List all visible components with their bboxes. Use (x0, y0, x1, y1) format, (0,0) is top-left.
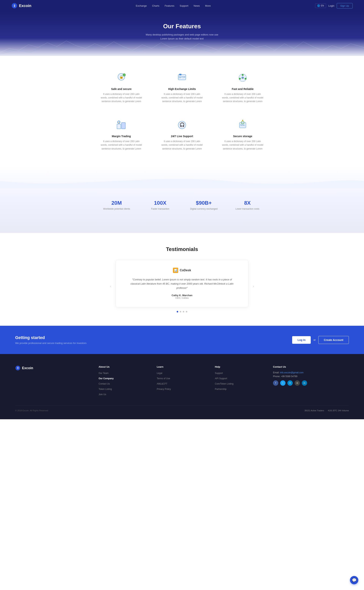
feature-card-support: 🎧 24/7 Live Support It uses a dictionary… (157, 115, 207, 154)
feature-card-safe: 🔒 ✓ Safe and secure It uses a dictionary… (97, 67, 146, 107)
getting-started-or: or (313, 338, 316, 341)
carousel-dot-3[interactable] (183, 311, 184, 312)
nav-support[interactable]: Support (180, 4, 188, 7)
svg-text:⚡: ⚡ (242, 77, 244, 79)
carousel-dot-1[interactable] (177, 311, 178, 312)
nav-news[interactable]: News (194, 4, 200, 7)
signup-button[interactable]: Sign Up (337, 3, 353, 8)
footer-help-item-api: API Support (215, 377, 265, 380)
svg-point-12 (239, 78, 241, 80)
footer-learn-item-aml: AML&CFT (157, 382, 208, 385)
telegram-icon[interactable]: ✈ (287, 380, 293, 386)
carousel-next-button[interactable]: › (253, 284, 254, 288)
feature-title-exchange: High Exchange Limits (161, 87, 203, 91)
testimonial-card: 📊 CoDesk "Contrary to popular belief, Lo… (116, 260, 248, 307)
footer-learn-list: Legal Terms of Use AML&CFT Privacy Polic… (157, 371, 208, 391)
footer-help-list: Support API Support Coin/Token Listing P… (215, 371, 265, 391)
footer-help-item-listing: Coin/Token Listing (215, 382, 265, 385)
footer-copyright: © 2018 Excoin. All Rights Reserved (15, 409, 48, 412)
carousel-dots (116, 311, 248, 312)
testimonial-logo-box: 📊 (173, 268, 178, 273)
footer-active-traders: 39151 Active Traders (305, 409, 324, 412)
testimonial-logo: 📊 CoDesk (127, 268, 237, 273)
testimonial-wrapper: ‹ 📊 CoDesk "Contrary to popular belief, … (116, 260, 248, 312)
stat-label-costs: Lower transaction costs (228, 207, 267, 210)
footer-about-item-contact: Contact Us (99, 382, 149, 385)
footer-email-link[interactable]: info.excoin@gmail.com (280, 371, 304, 374)
carousel-prev-button[interactable]: ‹ (110, 284, 111, 288)
brand-name: Excoin (19, 4, 32, 8)
facebook-icon[interactable]: f (273, 380, 278, 386)
getting-started-create-button[interactable]: Create Account (318, 336, 349, 344)
svg-rect-15 (117, 124, 121, 129)
svg-text:🔒: 🔒 (242, 119, 244, 121)
footer-col-contact: Contact Us Email: info.excoin@gmail.com … (273, 365, 349, 398)
svg-text:🎧: 🎧 (180, 122, 185, 127)
footer-help-heading: Help (215, 365, 265, 368)
testimonials-section: Testimonials ‹ 📊 CoDesk "Contrary to pop… (0, 233, 364, 326)
carousel-dot-2[interactable] (180, 311, 181, 312)
carousel-dot-4[interactable] (186, 311, 187, 312)
stat-label-currency: Digital currency exchanged (184, 207, 224, 210)
feature-title-support: 24/7 Live Support (161, 135, 203, 138)
feature-icon-margin: 📊 (115, 118, 128, 132)
svg-rect-8 (179, 74, 182, 75)
getting-started-subtitle: We provide professional and secure tradi… (15, 342, 86, 345)
footer-learn-item-legal: Legal (157, 371, 208, 375)
footer-brand: ₿ Excoin (15, 365, 91, 371)
hero-title: Our Features (163, 23, 201, 30)
footer: ₿ Excoin About Us Our Team Our Company C… (0, 354, 364, 419)
getting-started-actions: Log In or Create Account (292, 336, 349, 344)
footer-email-row: Email: info.excoin@gmail.com (273, 371, 349, 374)
feature-desc-exchange: It uses a dictionary of over 200 Latin w… (161, 92, 203, 103)
feature-desc-margin: It uses a dictionary of over 200 Latin w… (100, 140, 142, 151)
stat-value-transaction: 100X (140, 200, 180, 206)
feature-icon-exchange: SFTP (175, 71, 189, 84)
svg-point-11 (245, 78, 247, 80)
feature-icon-support: 🎧 (175, 118, 189, 132)
hero-chart-decoration (0, 37, 364, 56)
footer-stats: 39151 Active Traders 4191 BTC 24h Volume (305, 409, 349, 412)
feature-desc-fast: It uses a dictionary of over 200 Latin w… (222, 92, 264, 103)
stat-clients: 20M Worldwide potential clients (97, 200, 136, 210)
footer-col-help: Help Support API Support Coin/Token List… (215, 365, 265, 398)
nav-features[interactable]: Features (165, 4, 174, 7)
github-icon[interactable]: ⊙ (295, 380, 300, 386)
footer-about-item-team: Our Team (99, 371, 149, 375)
feature-title-safe: Safe and secure (100, 87, 142, 91)
svg-text:SSL: SSL (240, 124, 245, 126)
navbar: ₿ Excoin Exchange Charts Features Suppor… (0, 0, 364, 11)
language-button[interactable]: 🌐 EN (315, 3, 326, 8)
logo-icon: ₿ (11, 3, 17, 9)
hero-section: Our Features Many desktop publishing pac… (0, 11, 364, 56)
nav-charts[interactable]: Charts (152, 4, 159, 7)
wave-stats-section: 20M Worldwide potential clients 100X Fas… (0, 166, 364, 233)
svg-text:₿: ₿ (17, 367, 19, 369)
feature-icon-safe: 🔒 ✓ (115, 71, 128, 84)
footer-about-heading: About Us (99, 365, 149, 368)
nav-menu: Exchange Charts Features Support News Mo… (136, 4, 211, 7)
svg-rect-16 (122, 123, 125, 129)
stat-costs: 8X Lower transaction costs (228, 200, 267, 210)
footer-col-about: About Us Our Team Our Company Contact Us… (99, 365, 149, 398)
feature-desc-storage: It uses a dictionary of over 200 Latin w… (222, 140, 264, 151)
footer-phone-value: +99 5589 54789 (281, 375, 297, 378)
nav-more[interactable]: More (205, 4, 211, 7)
feature-card-storage: SSL 🔒 Secure storage It uses a dictionar… (218, 115, 267, 154)
feature-icon-storage: SSL 🔒 (236, 118, 249, 132)
twitter-icon[interactable]: t (280, 380, 286, 386)
feature-title-fast: Fast and Reliable (222, 87, 264, 91)
features-grid: 🔒 ✓ Safe and secure It uses a dictionary… (97, 67, 267, 154)
linkedin-icon[interactable]: in (302, 380, 307, 386)
testimonial-role: CEO, CoDes (127, 297, 237, 299)
footer-learn-item-privacy: Privacy Policy (157, 387, 208, 391)
login-button[interactable]: Login (328, 4, 334, 7)
feature-desc-safe: It uses a dictionary of over 200 Latin w… (100, 92, 142, 103)
wave-decoration (0, 173, 364, 189)
stat-value-clients: 20M (97, 200, 136, 206)
footer-about-item-join: Join Us (99, 392, 149, 396)
feature-title-storage: Secure storage (222, 135, 264, 138)
nav-exchange[interactable]: Exchange (136, 4, 147, 7)
footer-logo-icon: ₿ (15, 365, 20, 371)
getting-started-login-button[interactable]: Log In (292, 336, 311, 344)
